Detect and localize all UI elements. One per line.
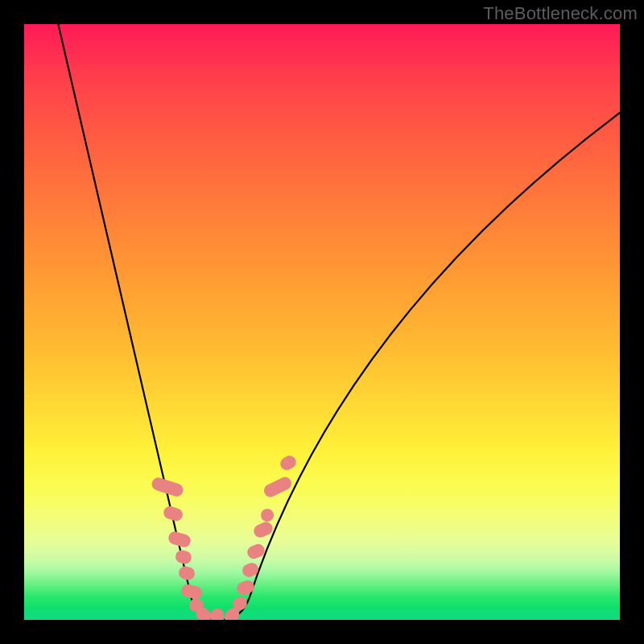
data-marker	[278, 453, 298, 473]
data-marker	[235, 579, 256, 597]
data-marker	[174, 549, 192, 566]
plot-area	[24, 24, 620, 620]
watermark-text: TheBottleneck.com	[483, 3, 638, 24]
data-marker	[167, 530, 192, 548]
data-marker	[258, 506, 275, 523]
data-marker	[180, 583, 204, 600]
data-marker	[262, 475, 293, 499]
curve-layer	[24, 24, 620, 620]
bottleneck-curve	[56, 24, 620, 620]
data-marker	[177, 565, 196, 581]
data-marker	[162, 505, 184, 523]
data-marker	[211, 609, 224, 620]
data-markers	[151, 453, 299, 620]
chart-frame: TheBottleneck.com	[0, 0, 644, 644]
